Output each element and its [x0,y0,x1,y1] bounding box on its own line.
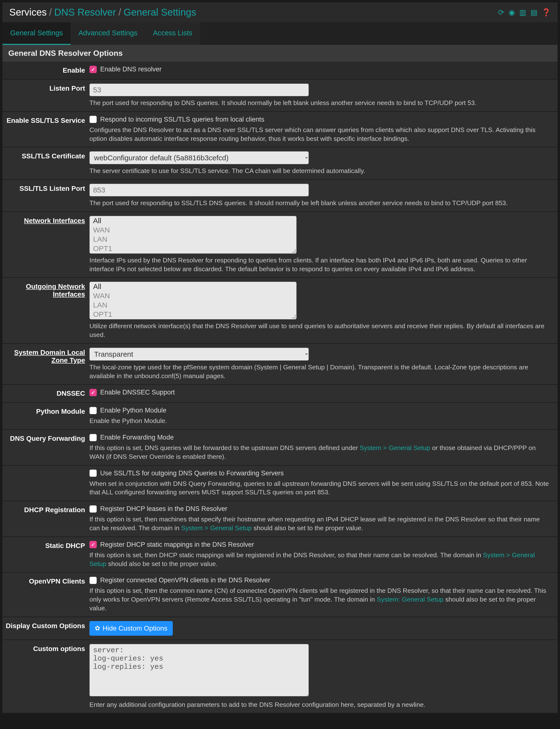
checkbox-enable-label: Enable DNS resolver [100,66,162,73]
help-sslcert: The server certificate to use for SSL/TL… [89,167,550,176]
help-port: The port used for responding to DNS quer… [89,99,550,107]
label-enable: Enable [5,66,89,75]
outif-wan[interactable]: WAN [90,291,296,301]
gear-icon: ✿ [95,624,100,632]
checkbox-fwdtls-label: Use SSL/TLS for outgoing DNS Queries to … [100,469,284,477]
label-zone: System Domain Local Zone Type [5,348,89,365]
help-staticdhcp: If this option is set, then DHCP static … [89,551,550,568]
outif-opt1[interactable]: OPT1 [90,310,296,319]
help-customopts: Enter any additional configuration param… [89,700,550,709]
checkbox-fwd-label: Enable Forwarding Mode [100,434,174,441]
toolbar-icons: ⟳ ◉ ▥ ▤ ❓ [498,8,551,17]
checkbox-python-label: Enable Python Module [100,407,166,414]
checkbox-enable[interactable]: ✓ [89,66,97,73]
label-sslcert: SSL/TLS Certificate [5,151,89,161]
breadcrumb-bar: Services / DNS Resolver / General Settin… [2,2,558,22]
help-netif: Interface IPs used by the DNS Resolver f… [89,256,550,274]
input-sslport[interactable] [89,184,309,196]
outif-all[interactable]: All [90,282,296,291]
label-staticdhcp: Static DHCP [5,541,89,551]
checkbox-python[interactable] [89,407,97,414]
label-python: Python Module [5,407,89,416]
checkbox-fwd[interactable] [89,434,97,441]
help-outif: Utilize different network interface(s) t… [89,322,550,340]
help-fwd: If this option is set, DNS queries will … [89,444,550,461]
help-icon[interactable]: ❓ [542,8,551,17]
help-python: Enable the Python Module. [89,416,550,425]
breadcrumb-seg-dns[interactable]: DNS Resolver [54,7,116,18]
help-zone: The local-zone type used for the pfSense… [89,363,550,380]
diag-icon[interactable]: ▤ [531,8,537,17]
netif-wan[interactable]: WAN [90,225,296,235]
input-port[interactable] [89,84,309,96]
checkbox-dnssec[interactable]: ✓ [89,389,97,396]
checkbox-ssl-label: Respond to incoming SSL/TLS queries from… [100,116,264,123]
help-sslport: The port used for responding to SSL/TLS … [89,199,550,208]
outif-lan[interactable]: LAN [90,301,296,310]
multiselect-outif[interactable]: All WAN LAN OPT1 SERVER [89,282,297,320]
restart-icon[interactable]: ⟳ [498,8,504,17]
status-icon[interactable]: ◉ [509,8,515,17]
label-outif: Outgoing Network Interfaces [5,282,89,299]
checkbox-staticdhcp-label: Register DHCP static mappings in the DNS… [100,541,254,548]
multiselect-netif[interactable]: All WAN LAN OPT1 SERVER [89,216,297,254]
link-general-setup[interactable]: System > General Setup [360,444,430,451]
help-dhcpreg: If this option is set, then machines tha… [89,515,550,533]
breadcrumb: Services / DNS Resolver / General Settin… [9,7,196,18]
breadcrumb-seg-general[interactable]: General Settings [124,7,196,18]
label-ssl: Enable SSL/TLS Service [5,116,89,126]
label-dnssec: DNSSEC [5,388,89,398]
label-netif: Network Interfaces [5,216,89,226]
label-ovpn: OpenVPN Clients [5,576,89,586]
link-general-setup-2[interactable]: System > General Setup [181,524,252,532]
label-customdisp: Display Custom Options [5,621,89,631]
netif-server[interactable]: SERVER [90,253,296,254]
label-customopts: Custom options [5,644,89,654]
help-ssl: Configures the DNS Resolver to act as a … [89,126,550,143]
tabs: General Settings Advanced Settings Acces… [2,22,558,45]
checkbox-ovpn-label: Register connected OpenVPN clients in th… [100,576,270,584]
label-port: Listen Port [5,84,89,93]
select-zone[interactable]: Transparent [89,348,309,361]
select-sslcert[interactable]: webConfigurator default (5a8816b3cefcd) [89,151,309,164]
checkbox-ovpn[interactable] [89,577,97,584]
hide-custom-options-button[interactable]: ✿ Hide Custom Options [89,621,173,636]
log-icon[interactable]: ▥ [519,8,526,17]
netif-lan[interactable]: LAN [90,235,296,244]
label-dhcpreg: DHCP Registration [5,505,89,515]
checkbox-dnssec-label: Enable DNSSEC Support [100,388,175,396]
help-fwdtls: When set in conjunction with DNS Query F… [89,479,550,497]
tab-access[interactable]: Access Lists [145,22,200,45]
checkbox-dhcpreg[interactable] [89,505,97,513]
netif-opt1[interactable]: OPT1 [90,244,296,253]
checkbox-dhcpreg-label: Register DHCP leases in the DNS Resolver [100,505,227,513]
tab-advanced[interactable]: Advanced Settings [71,22,145,45]
panel-title: General DNS Resolver Options [2,45,558,62]
checkbox-ssl[interactable] [89,116,97,123]
tab-general[interactable]: General Settings [2,22,71,45]
textarea-customopts[interactable] [89,644,309,696]
checkbox-staticdhcp[interactable]: ✓ [89,541,97,548]
label-sslport: SSL/TLS Listen Port [5,184,89,194]
help-ovpn: If this option is set, then the common n… [89,586,550,612]
netif-all[interactable]: All [90,216,296,225]
outif-server[interactable]: SERVER [90,319,296,320]
checkbox-fwdtls[interactable] [89,469,97,477]
breadcrumb-seg-services[interactable]: Services [9,7,47,18]
link-general-setup-4[interactable]: System: General Setup [377,596,444,603]
label-fwd: DNS Query Forwarding [5,434,89,443]
